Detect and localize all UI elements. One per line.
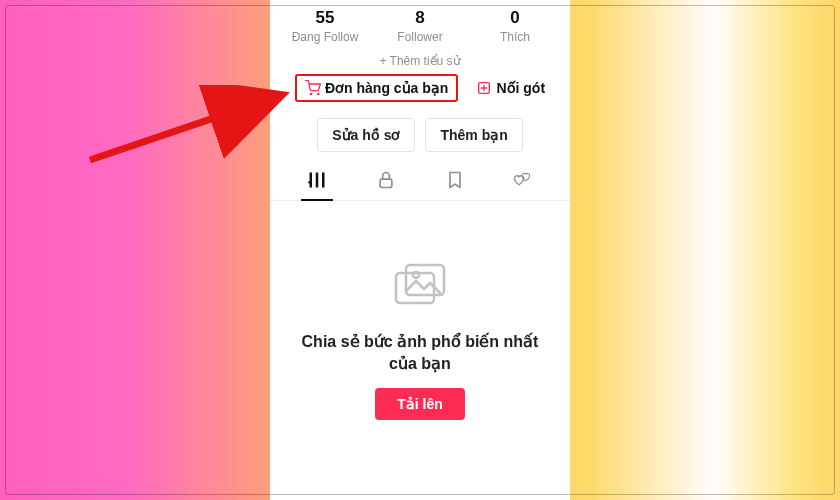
grid-icon bbox=[307, 170, 327, 190]
profile-panel: 55 Đang Follow 8 Follower 0 Thích + Thêm… bbox=[270, 0, 570, 500]
svg-rect-3 bbox=[309, 173, 312, 188]
svg-rect-6 bbox=[380, 179, 392, 187]
stat-likes-count: 0 bbox=[473, 8, 558, 28]
stat-followers-count: 8 bbox=[378, 8, 463, 28]
follow-back-label: Nối gót bbox=[496, 80, 545, 96]
add-friends-button[interactable]: Thêm bạn bbox=[425, 118, 522, 152]
bookmark-icon bbox=[445, 170, 465, 190]
profile-buttons-row: Sửa hồ sơ Thêm bạn bbox=[317, 118, 523, 152]
svg-point-0 bbox=[310, 93, 311, 94]
content-tabs bbox=[270, 162, 570, 201]
tab-liked[interactable] bbox=[500, 164, 548, 200]
empty-state-title: Chia sẻ bức ảnh phổ biến nhất của bạn bbox=[290, 331, 550, 374]
svg-rect-4 bbox=[315, 173, 318, 188]
stat-followers-label: Follower bbox=[378, 30, 463, 44]
svg-point-9 bbox=[413, 272, 419, 278]
stat-following[interactable]: 55 Đang Follow bbox=[283, 8, 368, 44]
link-row: Đơn hàng của bạn Nối gót bbox=[295, 74, 545, 102]
stat-likes-label: Thích bbox=[473, 30, 558, 44]
tab-grid[interactable] bbox=[293, 164, 341, 200]
tab-private[interactable] bbox=[362, 164, 410, 200]
your-orders-link[interactable]: Đơn hàng của bạn bbox=[295, 74, 458, 102]
upload-button[interactable]: Tải lên bbox=[375, 388, 465, 420]
your-orders-label: Đơn hàng của bạn bbox=[325, 80, 448, 96]
add-bio-link[interactable]: + Thêm tiểu sử bbox=[379, 54, 460, 68]
lock-icon bbox=[376, 170, 396, 190]
follow-icon bbox=[476, 80, 492, 96]
annotation-arrow bbox=[80, 85, 300, 175]
svg-point-1 bbox=[318, 93, 319, 94]
tab-saved[interactable] bbox=[431, 164, 479, 200]
svg-rect-5 bbox=[322, 173, 325, 188]
empty-state: Chia sẻ bức ảnh phổ biến nhất của bạn Tả… bbox=[270, 261, 570, 420]
stat-following-label: Đang Follow bbox=[283, 30, 368, 44]
follow-back-link[interactable]: Nối gót bbox=[476, 80, 545, 96]
hearts-icon bbox=[513, 170, 535, 190]
stat-followers[interactable]: 8 Follower bbox=[378, 8, 463, 44]
cart-icon bbox=[305, 80, 321, 96]
svg-line-10 bbox=[90, 99, 270, 160]
edit-profile-button[interactable]: Sửa hồ sơ bbox=[317, 118, 415, 152]
stat-following-count: 55 bbox=[283, 8, 368, 28]
photo-icon bbox=[392, 261, 448, 313]
stat-likes[interactable]: 0 Thích bbox=[473, 8, 558, 44]
stats-row: 55 Đang Follow 8 Follower 0 Thích bbox=[279, 0, 562, 48]
